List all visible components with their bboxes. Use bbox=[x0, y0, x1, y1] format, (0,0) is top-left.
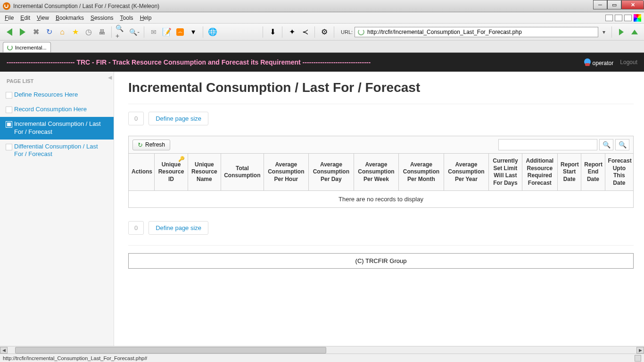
col-unique-resource-name[interactable]: Unique Resource Name bbox=[188, 154, 221, 191]
home-button[interactable]: ⌂ bbox=[57, 26, 68, 38]
sidebar-collapse-icon[interactable]: ◀ bbox=[108, 74, 112, 81]
sidebar-title: PAGE LIST bbox=[0, 72, 114, 88]
maximize-button[interactable]: ▭ bbox=[607, 0, 621, 9]
col-additional-forecast[interactable]: Additional Resource Required Forecast bbox=[522, 154, 557, 191]
url-text: http://trcfir/Incremental_Consumption_La… bbox=[367, 29, 522, 35]
minimize-button[interactable]: ─ bbox=[593, 0, 607, 9]
sidebar: ◀ PAGE LIST Define Resources Here Record… bbox=[0, 72, 114, 354]
share-button[interactable]: ≺ bbox=[299, 26, 311, 38]
zoom-out-button[interactable]: 🔍- bbox=[129, 26, 140, 38]
loading-spinner-icon bbox=[358, 29, 364, 35]
main-layout: ◀ PAGE LIST Define Resources Here Record… bbox=[0, 72, 644, 354]
refresh-button[interactable]: ↻ Refresh bbox=[132, 140, 170, 150]
content-area: Incremental Consumption / Last For / For… bbox=[114, 72, 644, 354]
tab-strip: Incremental... bbox=[0, 41, 644, 53]
menu-tools[interactable]: Tools bbox=[120, 15, 133, 21]
col-avg-hour[interactable]: Average Consumption Per Hour bbox=[264, 154, 309, 191]
history-button[interactable]: ◷ bbox=[83, 26, 94, 38]
pager-bottom: 0 Define page size bbox=[128, 221, 634, 235]
menu-bookmarks[interactable]: Bookmarks bbox=[56, 15, 84, 21]
statusbar: http://trcfir/Incremental_Consumption_La… bbox=[0, 354, 644, 362]
print-button[interactable]: 🖶 bbox=[96, 26, 107, 38]
mail-button[interactable]: ✉ bbox=[148, 26, 159, 38]
user-label[interactable]: operator bbox=[584, 58, 614, 66]
menu-file[interactable]: File bbox=[5, 15, 14, 21]
col-unique-resource-id[interactable]: 🔑Unique Resource ID bbox=[155, 154, 188, 191]
col-avg-month[interactable]: Average Consumption Per Month bbox=[399, 154, 444, 191]
browser-favicon bbox=[3, 2, 10, 10]
col-limit-days[interactable]: Currently Set Limit Will Last For Days bbox=[489, 154, 522, 191]
close-button[interactable]: ✕ bbox=[621, 0, 644, 9]
col-report-end[interactable]: Report End Date bbox=[581, 154, 605, 191]
scroll-left-arrow[interactable]: ◀ bbox=[0, 347, 8, 354]
settings-gear-icon[interactable]: ⚙ bbox=[319, 26, 330, 38]
extension-button-1[interactable]: ✦ bbox=[286, 26, 297, 38]
col-total-consumption[interactable]: Total Consumption bbox=[221, 154, 264, 191]
globe-button[interactable]: 🌐 bbox=[207, 26, 218, 38]
col-avg-week[interactable]: Average Consumption Per Week bbox=[354, 154, 399, 191]
table-controls: ↻ Refresh 🔍 🔍 bbox=[128, 136, 634, 153]
scroll-thumb[interactable] bbox=[15, 347, 326, 354]
window-title: Incremental Consumption / Last For / For… bbox=[13, 3, 159, 9]
resize-grip-icon[interactable] bbox=[635, 355, 641, 362]
zoom-in-button[interactable]: 🔍+ bbox=[116, 26, 127, 38]
pager-top: 0 Define page size bbox=[128, 112, 634, 125]
refresh-icon: ↻ bbox=[138, 141, 143, 148]
bookmark-button[interactable]: ★ bbox=[70, 26, 81, 38]
sidebar-item-define-resources[interactable]: Define Resources Here bbox=[0, 88, 114, 102]
url-bar[interactable]: http://trcfir/Incremental_Consumption_La… bbox=[355, 27, 598, 37]
color-square-icon[interactable] bbox=[634, 14, 641, 22]
page-title: Incremental Consumption / Last For / For… bbox=[128, 80, 634, 95]
divider bbox=[128, 104, 634, 104]
define-page-size-top[interactable]: Define page size bbox=[149, 112, 208, 125]
sidebar-item-record-consumption[interactable]: Record Consumption Here bbox=[0, 102, 114, 117]
menu-help[interactable]: Help bbox=[140, 15, 152, 21]
download-button[interactable]: ⬇ bbox=[267, 26, 278, 38]
search-input[interactable] bbox=[498, 139, 597, 150]
stop-button[interactable]: ✖ bbox=[30, 26, 41, 38]
col-report-start[interactable]: Report Start Date bbox=[558, 154, 581, 191]
url-dropdown[interactable]: ▾ bbox=[600, 29, 608, 35]
search-button[interactable]: 🔍 bbox=[599, 139, 613, 150]
col-actions[interactable]: Actions bbox=[129, 154, 155, 191]
reload-button[interactable]: ↻ bbox=[43, 26, 55, 38]
window-icon-3[interactable] bbox=[624, 15, 632, 21]
back-button[interactable] bbox=[4, 26, 15, 38]
horizontal-scrollbar[interactable]: ◀ ▶ bbox=[0, 346, 644, 354]
logout-link[interactable]: Logout bbox=[620, 59, 637, 66]
data-table: Actions 🔑Unique Resource ID Unique Resou… bbox=[128, 153, 634, 208]
empty-row: There are no records to display bbox=[129, 191, 634, 208]
record-count-bottom: 0 bbox=[128, 221, 144, 235]
sidebar-item-incremental[interactable]: Incremental Consumption / Last For / For… bbox=[0, 117, 114, 140]
define-page-size-bottom[interactable]: Define page size bbox=[149, 221, 208, 235]
menubar: File Edit View Bookmarks Sessions Tools … bbox=[0, 12, 644, 24]
window-titlebar: Incremental Consumption / Last For / For… bbox=[0, 0, 644, 12]
compose-button[interactable]: 📝 bbox=[161, 26, 173, 38]
up-button[interactable] bbox=[629, 26, 640, 38]
feed-button[interactable]: ෴ bbox=[174, 26, 186, 38]
col-avg-day[interactable]: Average Consumption Per Day bbox=[309, 154, 354, 191]
sidebar-item-differential[interactable]: Differential Consumption / Last For / Fo… bbox=[0, 140, 114, 162]
app-header-title: ------------------------------- TRC - FI… bbox=[7, 58, 371, 66]
record-count-top: 0 bbox=[128, 112, 144, 125]
col-avg-year[interactable]: Average Consumption Per Year bbox=[444, 154, 489, 191]
feed-dropdown[interactable]: ▾ bbox=[188, 26, 199, 38]
scroll-right-arrow[interactable]: ▶ bbox=[636, 347, 644, 354]
statusbar-text: http://trcfir/Incremental_Consumption_La… bbox=[3, 355, 147, 361]
menu-view[interactable]: View bbox=[37, 15, 49, 21]
window-icon-1[interactable] bbox=[605, 15, 613, 21]
divider-bottom bbox=[128, 245, 634, 246]
window-icon-2[interactable] bbox=[615, 15, 622, 21]
window-controls: ─ ▭ ✕ bbox=[593, 0, 644, 9]
url-label: URL: bbox=[341, 29, 353, 35]
menu-sessions[interactable]: Sessions bbox=[91, 15, 114, 21]
user-icon bbox=[584, 58, 591, 65]
col-forecast-upto[interactable]: Forecast Upto This Date bbox=[605, 154, 633, 191]
browser-tab[interactable]: Incremental... bbox=[3, 42, 51, 52]
go-button[interactable] bbox=[616, 26, 627, 38]
advanced-search-button[interactable]: 🔍 bbox=[615, 139, 629, 150]
menu-edit[interactable]: Edit bbox=[20, 15, 30, 21]
tab-loading-icon bbox=[7, 45, 13, 50]
tab-label: Incremental... bbox=[15, 45, 47, 50]
forward-button[interactable] bbox=[17, 26, 28, 38]
